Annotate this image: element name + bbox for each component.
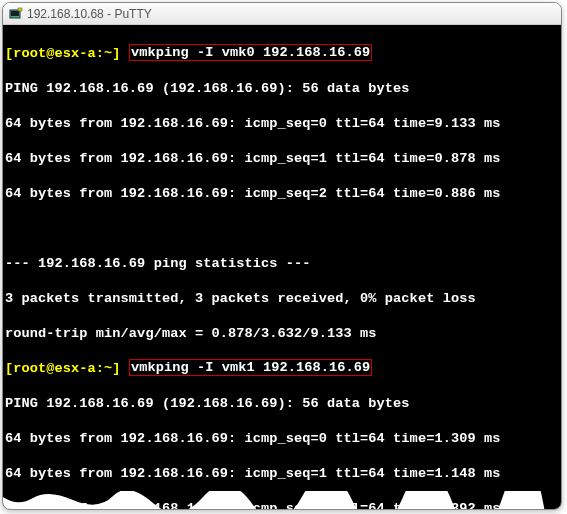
titlebar-text: 192.168.10.68 - PuTTY (27, 7, 152, 21)
ping-reply: 64 bytes from 192.168.16.69: icmp_seq=0 … (3, 115, 561, 133)
ping-header: PING 192.168.16.69 (192.168.16.69): 56 d… (3, 395, 561, 413)
ping-reply: 64 bytes from 192.168.16.69: icmp_seq=1 … (3, 150, 561, 168)
terminal-output[interactable]: [root@esx-a:~] vmkping -I vmk0 192.168.1… (3, 25, 561, 509)
shell-prompt: [root@esx-a:~] (5, 46, 121, 61)
putty-window: 192.168.10.68 - PuTTY [root@esx-a:~] vmk… (2, 2, 562, 510)
ping-reply: 64 bytes from 192.168.16.69: icmp_seq=2 … (3, 185, 561, 203)
shell-prompt: [root@esx-a:~] (5, 361, 121, 376)
ping-reply: 64 bytes from 192.168.16.69: icmp_seq=0 … (3, 430, 561, 448)
command-highlighted: vmkping -I vmk1 192.168.16.69 (129, 359, 372, 376)
command-highlighted: vmkping -I vmk0 192.168.16.69 (129, 44, 372, 61)
ping-header: PING 192.168.16.69 (192.168.16.69): 56 d… (3, 80, 561, 98)
titlebar[interactable]: 192.168.10.68 - PuTTY (3, 3, 561, 25)
ping-reply: 64 bytes from 192.168.16.69: icmp_seq=1 … (3, 465, 561, 483)
putty-icon (9, 7, 23, 21)
svg-rect-1 (11, 11, 19, 16)
ping-stats-header: --- 192.168.16.69 ping statistics --- (3, 255, 561, 273)
ping-stats: round-trip min/avg/max = 0.878/3.632/9.1… (3, 325, 561, 343)
ping-reply: 64 bytes from 192.168.16.69: icmp_seq=2 … (3, 500, 561, 510)
svg-rect-2 (18, 8, 22, 11)
blank-line (3, 220, 561, 238)
ping-stats: 3 packets transmitted, 3 packets receive… (3, 290, 561, 308)
